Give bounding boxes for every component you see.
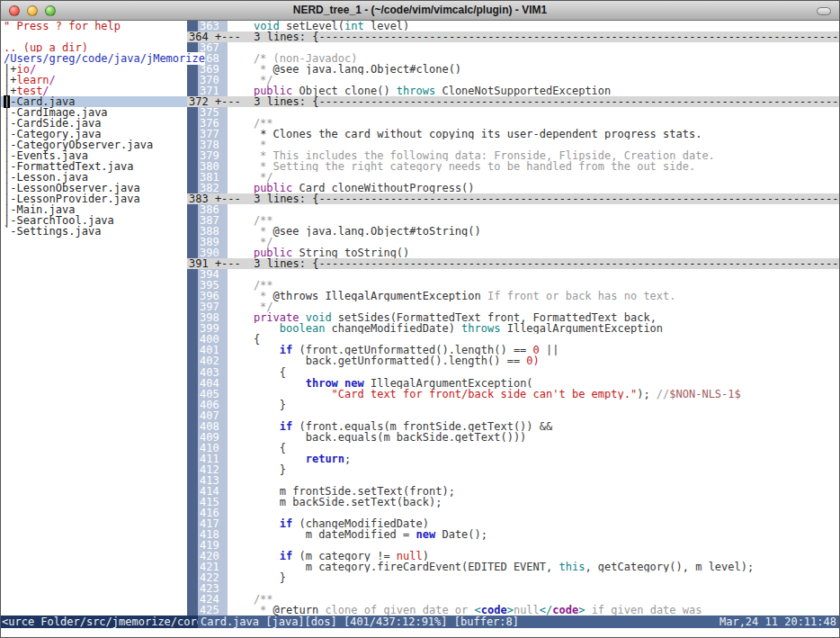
window-separator: [187, 107, 198, 118]
code-line[interactable]: 382 public Card cloneWithoutProgress(): [187, 183, 839, 193]
code-line[interactable]: 424 /**: [187, 594, 839, 605]
code-line[interactable]: 400 {: [187, 334, 839, 345]
code-line[interactable]: 403 {: [187, 367, 839, 378]
code-seg: [299, 312, 305, 323]
code-text: boolean changeModifiedDate) throws Illeg…: [228, 323, 839, 334]
code-line[interactable]: 408 if (front.equals(m_frontSide.getText…: [187, 421, 839, 432]
code-line[interactable]: 402 back.getUnformatted().length() == 0): [187, 355, 839, 366]
code-line[interactable]: 407: [187, 410, 839, 421]
code-line[interactable]: 363 void setLevel(int level): [187, 21, 839, 31]
close-button[interactable]: [9, 5, 20, 16]
code-line[interactable]: 381 */: [187, 172, 839, 183]
code-text: {: [228, 334, 839, 345]
code-seg: [228, 345, 280, 355]
code-line[interactable]: 370 */: [187, 75, 839, 85]
code-seg: null: [514, 605, 540, 616]
toolbar-toggle-button[interactable]: [817, 7, 831, 15]
code-line[interactable]: 399 boolean changeModifiedDate) throws I…: [187, 323, 839, 334]
code-text: }: [228, 572, 839, 583]
code-seg: </: [540, 605, 552, 616]
code-line[interactable]: 414 m_frontSide.setText(front);: [187, 486, 839, 497]
code-text: public Object clone() throws CloneNotSup…: [228, 85, 839, 96]
code-text: if (front.getUnformatted().length() == 0…: [228, 345, 839, 355]
window-separator: [187, 572, 198, 583]
code-seg: *: [228, 605, 273, 616]
window-separator: [187, 75, 198, 85]
code-line[interactable]: 380 * Setting the right category needs t…: [187, 161, 839, 172]
line-number: 390: [198, 247, 228, 258]
code-line[interactable]: 368 /* (non-Javadoc): [187, 53, 839, 64]
code-seg: if given date was: [585, 605, 701, 616]
code-seg: public: [254, 247, 292, 258]
line-number: 418: [198, 529, 228, 540]
nerdtree-pane[interactable]: " Press ? for help.. (up a dir)/Users/gr…: [1, 21, 187, 616]
code-text: public String toString(): [228, 247, 839, 258]
window-titlebar[interactable]: NERD_tree_1 - (~/code/vim/vimcalc/plugin…: [1, 1, 839, 21]
code-line[interactable]: 410 {: [187, 443, 839, 454]
code-line[interactable]: 422 }: [187, 572, 839, 583]
minimize-button[interactable]: [27, 5, 38, 16]
code-line[interactable]: 397 */: [187, 301, 839, 312]
code-line[interactable]: 415 m_backSide.setText(back);: [187, 497, 839, 508]
code-line[interactable]: 389 */: [187, 237, 839, 247]
code-line[interactable]: 406 }: [187, 400, 839, 410]
code-text: m_frontSide.setText(front);: [228, 486, 839, 497]
code-line[interactable]: 371 public Object clone() throws CloneNo…: [187, 85, 839, 96]
code-text: /**: [228, 118, 839, 129]
code-line[interactable]: 416: [187, 508, 839, 518]
code-line[interactable]: 409 back.equals(m_backSide.getText())): [187, 432, 839, 443]
code-line[interactable]: 425 * @return clone of given date or <co…: [187, 605, 839, 616]
code-line[interactable]: 412 }: [187, 464, 839, 475]
tree-item[interactable]: `-Settings.java: [1, 226, 187, 237]
code-line[interactable]: 411 return;: [187, 454, 839, 464]
code-text: [228, 475, 839, 486]
code-line[interactable]: 396 * @throws IllegalArgumentException I…: [187, 291, 839, 301]
code-seg: @return: [273, 605, 319, 616]
fold-line[interactable]: 391 +--- 3 lines: {---------------------…: [187, 258, 839, 269]
code-line[interactable]: 386: [187, 204, 839, 215]
code-line[interactable]: 404 throw new IllegalArgumentException(: [187, 378, 839, 389]
code-line[interactable]: 379 * This includes the following data: …: [187, 150, 839, 161]
code-seg: if: [280, 518, 292, 529]
statusline-clock: Mar,24 11 20:11:48: [719, 616, 836, 628]
code-line[interactable]: 369 * @see java.lang.Object#clone(): [187, 64, 839, 75]
code-line[interactable]: 394: [187, 269, 839, 280]
code-line[interactable]: 375: [187, 107, 839, 118]
code-line[interactable]: 388 * @see java.lang.Object#toString(): [187, 226, 839, 237]
code-line[interactable]: 413: [187, 475, 839, 486]
code-line[interactable]: 395 /**: [187, 280, 839, 291]
window-separator: [187, 551, 198, 562]
code-seg: , getCategory(), m_level);: [585, 562, 754, 572]
code-line[interactable]: 419: [187, 540, 839, 551]
fold-line[interactable]: 383 +--- 3 lines: {---------------------…: [187, 193, 839, 204]
line-number: 421: [198, 562, 228, 572]
code-seg: [228, 421, 280, 432]
code-line[interactable]: 401 if (front.getUnformatted().length() …: [187, 345, 839, 355]
code-seg: [228, 389, 332, 400]
fold-line[interactable]: 364 +--- 3 lines: {---------------------…: [187, 31, 839, 42]
line-number: 407: [198, 410, 228, 421]
code-line[interactable]: 376 /**: [187, 118, 839, 129]
code-line[interactable]: 420 if (m_category != null): [187, 551, 839, 562]
code-seg: IllegalArgumentException(: [364, 378, 533, 389]
code-seg: back.equals(m_backSide.getText())): [228, 432, 526, 443]
code-line[interactable]: 405 "Card text for front/back side can't…: [187, 389, 839, 400]
code-text: * Setting the right category needs to be…: [228, 161, 839, 172]
code-line[interactable]: 390 public String toString(): [187, 247, 839, 258]
code-editor-pane[interactable]: 363 void setLevel(int level)364 +--- 3 l…: [187, 21, 839, 616]
code-seg: m_backSide.setText(back);: [228, 497, 442, 508]
code-line[interactable]: 423: [187, 583, 839, 594]
code-line[interactable]: 378 *: [187, 139, 839, 150]
code-seg: */: [228, 237, 273, 247]
code-seg: }: [228, 464, 286, 475]
code-line[interactable]: 417 if (changeModifiedDate): [187, 518, 839, 529]
fold-line[interactable]: 372 +--- 3 lines: {---------------------…: [187, 96, 839, 107]
code-line[interactable]: 398 private void setSides(FormattedText …: [187, 312, 839, 323]
code-line[interactable]: 387 /**: [187, 215, 839, 226]
code-line[interactable]: 377 * Clones the card without copying it…: [187, 129, 839, 139]
code-line[interactable]: 418 m_dateModified = new Date();: [187, 529, 839, 540]
code-line[interactable]: 421 m_category.fireCardEvent(EDITED_EVEN…: [187, 562, 839, 572]
code-text: [228, 42, 839, 53]
tree-item[interactable]: " Press ? for help: [1, 21, 187, 31]
code-line[interactable]: 367: [187, 42, 839, 53]
